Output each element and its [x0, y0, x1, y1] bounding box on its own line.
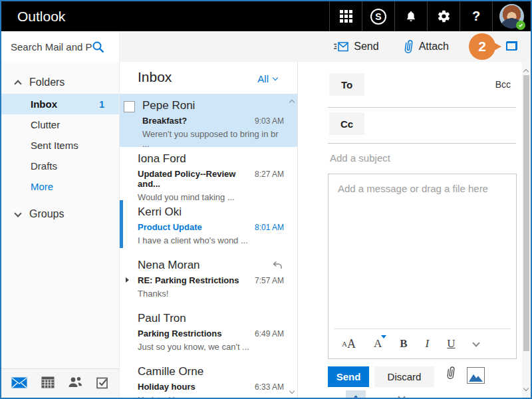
mail-module-button[interactable]	[11, 377, 27, 390]
message-subject: Parking Restrictions	[138, 329, 221, 338]
tasks-module-button[interactable]	[96, 376, 109, 391]
filter-dropdown[interactable]: All	[257, 73, 277, 84]
scrollbar-thumb[interactable]	[523, 75, 529, 351]
paperclip-icon	[445, 365, 457, 381]
chevron-up-icon	[14, 80, 21, 87]
attach-command[interactable]: Attach	[403, 39, 449, 55]
chevron-down-icon	[472, 339, 479, 346]
send-button[interactable]: Send	[328, 366, 369, 387]
compose-scrollbar[interactable]	[522, 62, 531, 398]
message-sender: Camille Orne	[138, 365, 284, 378]
insert-image-button[interactable]	[467, 367, 485, 384]
ink-annotation-button[interactable]: A	[346, 390, 366, 398]
underline-button[interactable]: U	[447, 337, 455, 350]
scroll-up-icon[interactable]	[523, 69, 529, 74]
italic-button[interactable]: I	[426, 337, 430, 350]
compose-pane: To Bcc Cc Add a subject Add a message or…	[297, 62, 531, 398]
font-color-button[interactable]: A	[374, 337, 382, 350]
settings-button[interactable]	[427, 1, 460, 31]
help-button[interactable]: ?	[460, 1, 492, 31]
avatar-image	[499, 4, 524, 29]
app-launcher-icon	[340, 10, 352, 23]
message-subject: Breakfast?	[142, 116, 187, 126]
filter-label: All	[257, 73, 269, 84]
top-bar-actions: S ?	[329, 1, 531, 31]
groups-label: Groups	[29, 208, 64, 220]
message-list-header: Inbox All	[120, 62, 297, 94]
scroll-down-icon[interactable]	[523, 386, 529, 391]
calendar-module-button[interactable]	[41, 376, 55, 390]
paperclip-icon	[402, 38, 414, 55]
module-switcher	[1, 368, 120, 398]
gear-icon	[437, 9, 451, 23]
message-body-editor[interactable]: Add a message or drag a file here AA A B…	[328, 174, 517, 359]
image-icon	[469, 372, 483, 382]
message-subject: Product Update	[138, 222, 202, 232]
folders-section-header[interactable]: Folders	[1, 71, 119, 94]
sidebar-item-more[interactable]: More	[1, 176, 119, 197]
font-button[interactable]: AA	[342, 337, 356, 351]
message-row-kerri-oki[interactable]: Kerri Oki Product Update 8:01 AM I have …	[120, 200, 297, 253]
message-time: 8:01 AM	[255, 223, 284, 232]
bell-icon	[404, 10, 418, 23]
message-preview: Just so you know, we can't ...	[138, 342, 284, 352]
sidebar-item-clutter[interactable]: Clutter	[1, 114, 119, 135]
to-button[interactable]: To	[329, 73, 364, 96]
message-row-pepe-roni[interactable]: Pepe Roni Breakfast? 9:03 AM Weren't you…	[120, 94, 297, 147]
message-list-pane: Inbox All Pepe Roni Breakfast? 9:03 AM W…	[120, 62, 297, 398]
send-command[interactable]: Send	[334, 41, 378, 53]
search-input[interactable]	[11, 41, 92, 53]
send-icon	[334, 41, 348, 53]
tasks-icon	[96, 376, 109, 389]
account-avatar-button[interactable]	[492, 1, 531, 31]
sent-items-label: Sent Items	[31, 140, 78, 151]
drafts-label: Drafts	[31, 160, 57, 172]
open-in-new-window-button[interactable]	[506, 41, 517, 53]
sidebar-item-inbox[interactable]: Inbox 1	[1, 94, 119, 114]
attach-file-button[interactable]	[446, 366, 456, 382]
step-2-callout-badge: 2	[469, 33, 495, 60]
cc-button[interactable]: Cc	[329, 112, 364, 135]
callout-tail	[494, 43, 501, 51]
chevron-down-icon	[398, 393, 405, 398]
notifications-button[interactable]	[394, 1, 427, 31]
message-sender: Pepe Roni	[142, 99, 284, 112]
sidebar-item-drafts[interactable]: Drafts	[1, 156, 119, 176]
font-icon: A	[342, 340, 347, 348]
bcc-button[interactable]: Bcc	[495, 79, 511, 90]
search-box[interactable]	[1, 31, 120, 62]
font-color-icon: A	[374, 337, 382, 350]
message-row-paul-tron[interactable]: Paul Tron Parking Restrictions 6:49 AM J…	[120, 307, 297, 360]
more-options-button[interactable]	[399, 394, 404, 398]
folder-sidebar: Folders Inbox 1 Clutter Sent Items Draft…	[1, 62, 120, 368]
clutter-label: Clutter	[31, 119, 60, 130]
discard-button[interactable]: Discard	[374, 366, 434, 387]
command-bar: Send Attach 2	[1, 31, 531, 62]
message-row-nena-moran[interactable]: Nena Moran RE: Parking Restrictions 7:57…	[120, 253, 297, 307]
calendar-icon	[41, 376, 55, 388]
message-time: 7:57 AM	[255, 276, 284, 285]
body-placeholder: Add a message or drag a file here	[329, 174, 516, 203]
message-preview: I have a client who's wond ...	[138, 235, 284, 245]
skype-button[interactable]: S	[362, 1, 394, 31]
groups-section-header[interactable]: Groups	[1, 203, 119, 225]
dropdown-caret-icon	[381, 335, 386, 338]
recipient-divider	[328, 107, 516, 108]
message-time: 6:49 AM	[255, 329, 284, 338]
message-subject: RE: Parking Restrictions	[138, 275, 239, 285]
message-row-camille-orne[interactable]: Camille Orne Holiday hours 6:33 AM Updat…	[120, 360, 297, 398]
chevron-down-icon	[14, 209, 21, 217]
outlook-window: Outlook S ?	[0, 0, 532, 399]
sidebar-item-sent-items[interactable]: Sent Items	[1, 135, 119, 156]
message-checkbox[interactable]	[124, 101, 135, 112]
formatting-toolbar: AA A B I U	[334, 329, 511, 358]
subject-input[interactable]: Add a subject	[330, 152, 390, 164]
message-rows: Pepe Roni Breakfast? 9:03 AM Weren't you…	[120, 94, 297, 398]
expand-conversation-icon[interactable]	[126, 277, 129, 283]
bold-button[interactable]: B	[400, 337, 407, 350]
people-module-button[interactable]	[68, 376, 82, 390]
more-formatting-button[interactable]	[473, 340, 479, 348]
message-row-iona-ford[interactable]: Iona Ford Updated Policy--Review and... …	[120, 147, 297, 200]
replied-icon	[271, 260, 283, 273]
app-launcher-button[interactable]	[329, 1, 362, 31]
